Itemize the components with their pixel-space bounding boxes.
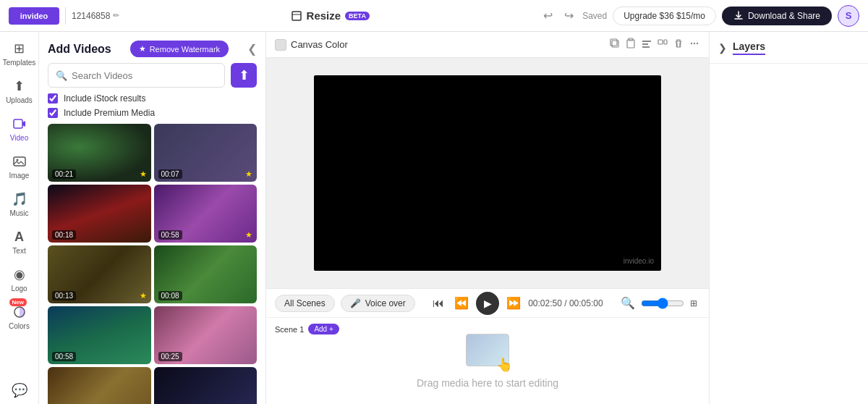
search-input[interactable] [72, 70, 217, 81]
play-button[interactable]: ▶ [476, 292, 499, 315]
video-duration: 00:21 [52, 169, 76, 179]
copy-button[interactable] [609, 38, 621, 51]
video-thumb[interactable]: 00:08 [154, 245, 258, 303]
main-area: ⊞ Templates ⬆ Uploads Video Image 🎵 Musi… [0, 32, 868, 404]
download-button[interactable]: Download & Share [722, 7, 832, 25]
sidebar-item-logo[interactable]: ◉ Logo [0, 261, 38, 298]
video-duration: 00:18 [52, 230, 76, 240]
scene-label: Scene 1 Add + [275, 324, 339, 334]
video-thumb[interactable]: 00:21 ★ [48, 124, 151, 182]
sidebar-item-chat[interactable]: 💬 [0, 376, 38, 404]
video-thumb[interactable]: 00:58 [48, 306, 151, 364]
upgrade-button[interactable]: Upgrade $36 $15/mo [613, 7, 716, 25]
istock-label: Include iStock results [64, 93, 145, 104]
resize-label: Resize BETA [291, 9, 370, 22]
scene-add-button[interactable]: Add + [308, 324, 339, 334]
svg-rect-7 [610, 39, 617, 46]
istock-checkbox[interactable] [48, 93, 58, 104]
paste-button[interactable] [625, 38, 637, 51]
layers-tab[interactable]: Layers [733, 41, 765, 55]
next-button[interactable]: ⏩ [503, 293, 524, 313]
more-button[interactable] [689, 38, 700, 51]
zoom-out-button[interactable]: 🔍 [618, 293, 638, 313]
align-right-icon [657, 38, 668, 49]
video-duration: 00:07 [158, 169, 182, 179]
all-scenes-button[interactable]: All Scenes [275, 295, 335, 312]
video-premium-icon: ★ [245, 169, 252, 179]
sidebar-item-label-music: Music [9, 209, 28, 217]
download-label: Download & Share [748, 11, 820, 21]
align-left-icon [641, 38, 652, 49]
sidebar-item-video[interactable]: Video [0, 110, 38, 148]
svg-rect-0 [292, 12, 301, 20]
new-badge: New [9, 298, 27, 306]
align-left-button[interactable] [641, 38, 652, 51]
sidebar-item-label-video: Video [10, 134, 28, 142]
timeline-content: Scene 1 Add + 👆 Drag media here to start… [266, 318, 709, 404]
remove-watermark-label: Remove Watermark [150, 45, 220, 54]
sidebar-item-music[interactable]: 🎵 Music [0, 185, 38, 223]
canvas-color-button[interactable]: Canvas Color [275, 39, 348, 51]
panel-collapse-button[interactable]: ❮ [247, 42, 257, 56]
cursor-icon: 👆 [496, 357, 512, 373]
video-thumb[interactable]: 00:18 [48, 185, 151, 243]
sidebar-item-uploads[interactable]: ⬆ Uploads [0, 72, 38, 110]
search-icon: 🔍 [56, 70, 67, 81]
drag-media-icon: 👆 [466, 334, 509, 370]
sidebar-item-templates[interactable]: ⊞ Templates [0, 35, 38, 72]
video-grid: 00:21 ★ 00:07 ★ 00:18 00:58 ★ 00:13 ★ 00… [39, 124, 265, 404]
delete-button[interactable] [673, 38, 684, 51]
upload-button[interactable]: ⬆ [231, 63, 257, 88]
topbar: invideo 12146858 ✏ Resize BETA ↩ ↪ Saved… [0, 0, 868, 32]
video-thumb[interactable]: 00:25 [154, 306, 258, 364]
timeline-controls: ⏮ ⏪ ▶ ⏩ 00:02:50 / 00:05:00 [430, 292, 603, 315]
user-avatar[interactable]: S [838, 5, 859, 27]
topbar-actions: ↩ ↪ Saved Upgrade $36 $15/mo Download & … [540, 5, 859, 27]
uploads-icon: ⬆ [12, 78, 27, 94]
premium-label: Include Premium Media [64, 108, 155, 118]
time-separator: / [564, 298, 569, 308]
icon-sidebar: ⊞ Templates ⬆ Uploads Video Image 🎵 Musi… [0, 32, 39, 404]
frame-back-button[interactable]: ⏪ [451, 293, 472, 313]
video-thumb[interactable]: 00:23 ★ [48, 367, 151, 404]
resize-text: Resize [307, 9, 341, 22]
redo-button[interactable]: ↪ [561, 6, 576, 25]
video-thumb[interactable]: 00:07 ★ [154, 124, 258, 182]
align-right-button[interactable] [657, 38, 668, 51]
total-time: 00:05:00 [569, 298, 603, 308]
right-panel-toggle-button[interactable]: ❯ [718, 42, 727, 54]
video-premium-icon: ★ [140, 291, 147, 300]
logo-area: invideo 12146858 ✏ [9, 7, 119, 25]
video-duration: 00:13 [52, 291, 76, 300]
search-input-wrap: 🔍 [48, 63, 225, 88]
sidebar-item-label-text: Text [12, 247, 25, 255]
video-thumb[interactable]: 00:05 iStock [154, 367, 258, 404]
remove-watermark-icon: ★ [139, 44, 146, 54]
remove-watermark-button[interactable]: ★ Remove Watermark [130, 41, 229, 57]
zoom-in-button[interactable]: ⊞ [687, 295, 700, 311]
svg-rect-2 [14, 119, 22, 128]
project-id: 12146858 ✏ [72, 11, 119, 21]
music-icon: 🎵 [12, 191, 27, 207]
canvas-watermark: invideo.io [624, 257, 654, 265]
drag-media-area: 👆 Drag media here to start editing [417, 334, 558, 389]
zoom-slider[interactable] [641, 298, 684, 309]
video-thumb[interactable]: 00:58 ★ [154, 185, 258, 243]
premium-checkbox[interactable] [48, 108, 58, 118]
svg-point-16 [694, 43, 695, 44]
edit-project-icon[interactable]: ✏ [113, 11, 119, 20]
logo-text: invideo [20, 12, 48, 20]
sidebar-item-text[interactable]: A Text [0, 223, 38, 261]
sidebar-item-image[interactable]: Image [0, 148, 38, 185]
video-thumb[interactable]: 00:13 ★ [48, 245, 151, 303]
prev-button[interactable]: ⏮ [430, 294, 447, 313]
svg-rect-6 [612, 41, 618, 47]
resize-icon [291, 10, 302, 22]
center-area: Canvas Color [266, 32, 709, 404]
undo-button[interactable]: ↩ [540, 6, 556, 25]
search-row: 🔍 ⬆ [39, 63, 265, 93]
text-icon: A [12, 229, 27, 245]
voice-over-button[interactable]: 🎤 Voice over [341, 295, 415, 312]
video-duration: 00:58 [158, 230, 182, 240]
video-icon [12, 116, 27, 132]
